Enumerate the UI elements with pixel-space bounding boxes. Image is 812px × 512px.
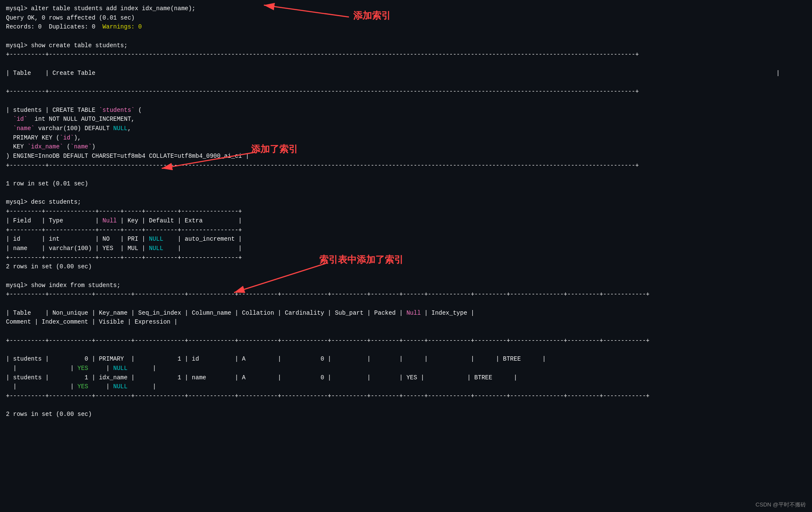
table-border-1: +----------+----------------------------… xyxy=(6,50,806,60)
desc-row-1: | id | int | NO | PRI | NULL | auto_incr… xyxy=(6,235,806,244)
desc-border-3: +---------+--------------+------+-----+-… xyxy=(6,253,806,263)
create-5: KEY `idx_name` (`name`) xyxy=(6,142,806,152)
idx-header: | Table | Non_unique | Key_name | Seq_in… xyxy=(6,309,806,318)
cmd-line-5: mysql> desc students; xyxy=(6,198,806,207)
desc-border-1: +---------+--------------+------+-----+-… xyxy=(6,207,806,216)
cmd-line-6: mysql> show index from students; xyxy=(6,281,806,290)
cmd-line-1: mysql> alter table students add index id… xyxy=(6,4,806,14)
annotation-index-table: 索引表中添加了索引 xyxy=(319,253,403,266)
blank-5 xyxy=(6,170,806,179)
idx-row-2b: | | YES | NULL | xyxy=(6,382,806,392)
blank-10 xyxy=(6,345,806,355)
blank-6 xyxy=(6,189,806,198)
rowset-1: 1 row in set (0.01 sec) xyxy=(6,179,806,189)
table-border-2: +----------+----------------------------… xyxy=(6,87,806,97)
blank-9 xyxy=(6,327,806,336)
desc-row-2: | name | varchar(100) | YES | MUL | NULL… xyxy=(6,244,806,253)
rowset-3: 2 rows in set (0.00 sec) xyxy=(6,410,806,419)
blank-8 xyxy=(6,299,806,309)
rowset-2: 2 rows in set (0.00 sec) xyxy=(6,262,806,272)
idx-border-2: +----------+------------+----------+----… xyxy=(6,336,806,346)
desc-header: | Field | Type | Null | Key | Default | … xyxy=(6,216,806,226)
create-4: PRIMARY KEY (`id`), xyxy=(6,134,806,143)
table-border-3: +----------+----------------------------… xyxy=(6,161,806,171)
idx-row-1a: | students | 0 | PRIMARY | 1 | id | A | … xyxy=(6,355,806,364)
blank-3 xyxy=(6,78,806,88)
cmd-line-3: Records: 0 Duplicates: 0 Warnings: 0 xyxy=(6,23,806,32)
cmd-line-4: mysql> show create table students; xyxy=(6,41,806,51)
create-6: ) ENGINE=InnoDB DEFAULT CHARSET=utf8mb4 … xyxy=(6,152,806,161)
create-3: `name` varchar(100) DEFAULT NULL, xyxy=(6,124,806,134)
blank-2 xyxy=(6,60,806,69)
table-header-1: | Table | Create Table| xyxy=(6,69,806,78)
blank-4 xyxy=(6,97,806,106)
cmd-line-2: Query OK, 0 rows affected (0.01 sec) xyxy=(6,14,806,23)
idx-row-2a: | students | 1 | idx_name | 1 | name | A… xyxy=(6,373,806,383)
annotation-add-index: 添加索引 xyxy=(353,9,391,22)
idx-row-1b: | | YES | NULL | xyxy=(6,364,806,373)
terminal-window: mysql> alter table students add index id… xyxy=(0,0,812,512)
idx-header-2: Comment | Index_comment | Visible | Expr… xyxy=(6,318,806,327)
desc-border-2: +---------+--------------+------+-----+-… xyxy=(6,226,806,235)
annotation-added-index: 添加了索引 xyxy=(251,143,298,156)
watermark: CSDN @平时不搬砖 xyxy=(755,501,806,509)
idx-border-3: +----------+------------+----------+----… xyxy=(6,392,806,401)
blank-7 xyxy=(6,272,806,281)
idx-border-1: +----------+------------+----------+----… xyxy=(6,290,806,299)
create-1: | students | CREATE TABLE `students` ( xyxy=(6,106,806,115)
blank-11 xyxy=(6,401,806,410)
blank-1 xyxy=(6,32,806,41)
create-2: `id` int NOT NULL AUTO_INCREMENT, xyxy=(6,115,806,124)
